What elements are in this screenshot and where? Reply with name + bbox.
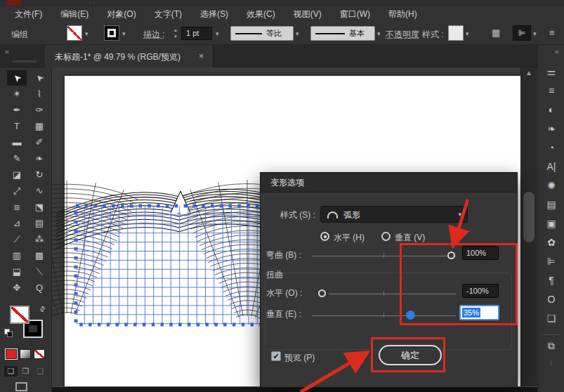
fill-color-swatch[interactable] bbox=[67, 25, 82, 41]
magic-wand-tool[interactable]: ✶ bbox=[7, 86, 27, 102]
eraser-tool[interactable]: ◪ bbox=[7, 167, 27, 183]
menu-效果C[interactable]: 效果(C) bbox=[237, 7, 284, 22]
menu-文字T[interactable]: 文字(T) bbox=[145, 7, 191, 22]
swap-fill-stroke-icon[interactable]: ⇄ bbox=[37, 304, 47, 314]
bend-slider-knob[interactable] bbox=[447, 251, 455, 259]
vertical-radio-label[interactable]: 垂直 (V) bbox=[395, 232, 425, 244]
ok-button[interactable]: 确定 bbox=[379, 345, 442, 365]
scroll-up-icon[interactable]: ▲ bbox=[525, 69, 532, 77]
menu-icon[interactable]: ≡ bbox=[549, 27, 555, 38]
menu-文件F[interactable]: 文件(F) bbox=[6, 7, 51, 22]
slice-tool[interactable]: ⟍ bbox=[29, 264, 49, 280]
scrollbar-thumb[interactable] bbox=[523, 192, 535, 242]
color-icon[interactable]: ✿ bbox=[538, 237, 564, 248]
toolbar-collapse-icon[interactable]: « bbox=[5, 47, 9, 55]
hand-tool[interactable]: ✥ bbox=[7, 280, 27, 296]
zoom-tool[interactable]: Q bbox=[29, 280, 49, 296]
graph-tool[interactable]: ▥ bbox=[7, 248, 27, 263]
appearance-icon[interactable]: ✺ bbox=[538, 180, 564, 191]
brush-definition-dropdown[interactable]: 基本 bbox=[310, 26, 375, 41]
shape-builder-tool[interactable]: ⬔ bbox=[29, 200, 49, 215]
preview-checkbox[interactable]: ✔ bbox=[271, 351, 281, 361]
paragraph-icon[interactable]: ¶ bbox=[538, 275, 564, 286]
draw-normal-mode-icon[interactable]: ❏ bbox=[4, 366, 18, 377]
stroke-weight-stepper[interactable]: ▴▾ bbox=[172, 27, 179, 40]
stroke-icon[interactable]: ≡ bbox=[538, 85, 564, 96]
layers-icon[interactable]: ❏ bbox=[538, 313, 564, 324]
pencil-tool[interactable]: ✎ bbox=[7, 151, 27, 166]
bend-value-field[interactable]: 100% bbox=[462, 246, 499, 260]
opentype-icon[interactable]: O bbox=[538, 294, 564, 305]
chevron-down-icon[interactable]: ▾ bbox=[296, 30, 299, 37]
chevron-down-icon[interactable]: ▾ bbox=[85, 30, 88, 37]
distort-horizontal-track[interactable] bbox=[329, 294, 456, 294]
gradient-wedge-icon[interactable]: ◔ bbox=[538, 142, 564, 153]
fill-swatch[interactable] bbox=[10, 306, 29, 324]
distort-horizontal-field[interactable]: -100% bbox=[462, 284, 499, 298]
width-tool[interactable]: ∿ bbox=[29, 183, 49, 199]
draw-behind-mode-icon[interactable]: ❐ bbox=[19, 366, 32, 377]
menu-帮助H[interactable]: 帮助(H) bbox=[379, 7, 426, 22]
brushes-icon[interactable]: ❧ bbox=[538, 123, 564, 134]
scale-tool[interactable]: ⤢ bbox=[7, 183, 27, 199]
stroke-weight-label[interactable]: 描边 : bbox=[143, 29, 165, 41]
distort-vertical-field[interactable]: 35% bbox=[459, 305, 499, 320]
align-icon[interactable]: ⊫ bbox=[538, 256, 564, 267]
blob-brush-tool[interactable]: ❧ bbox=[29, 151, 49, 166]
toolbar-grip[interactable] bbox=[13, 60, 37, 63]
gradient-tool[interactable]: ▩ bbox=[29, 248, 49, 263]
chevron-down-icon[interactable]: ▾ bbox=[533, 30, 537, 37]
none-button[interactable] bbox=[34, 349, 45, 359]
menu-视图V[interactable]: 视图(V) bbox=[284, 7, 331, 22]
curvature-tool[interactable]: ✑ bbox=[29, 103, 49, 118]
gradient-icon[interactable]: ▤ bbox=[538, 199, 564, 210]
chevron-down-icon[interactable]: ▾ bbox=[122, 30, 126, 37]
direct-selection-tool[interactable]: ➤ bbox=[29, 70, 49, 86]
vertical-scrollbar[interactable]: ▲ bbox=[520, 67, 537, 386]
horizontal-radio-label[interactable]: 水平 (H) bbox=[334, 232, 365, 244]
dialog-title[interactable]: 变形选项 bbox=[261, 173, 517, 192]
chevron-down-icon[interactable]: ▾ bbox=[466, 30, 469, 37]
graphic-style-swatch[interactable] bbox=[448, 25, 464, 41]
eyedropper-tool[interactable]: ⟋ bbox=[7, 232, 27, 247]
gradient-button[interactable] bbox=[20, 349, 31, 359]
arrange-documents-icon[interactable]: ▦ bbox=[492, 27, 500, 38]
stroke-weight-field[interactable]: 1 pt bbox=[181, 27, 212, 40]
character-icon[interactable]: A| bbox=[538, 161, 564, 172]
distort-vertical-knob[interactable] bbox=[406, 311, 415, 320]
close-icon[interactable]: × bbox=[199, 51, 204, 61]
rectangular-grid-tool[interactable]: ▦ bbox=[29, 119, 49, 134]
color-button[interactable] bbox=[6, 349, 17, 359]
opacity-link[interactable]: 不透明度 bbox=[386, 29, 419, 41]
properties-icon[interactable]: ⚌ bbox=[538, 66, 564, 77]
paintbrush-tool[interactable]: ✐ bbox=[29, 135, 49, 150]
panel-collapse-icon[interactable]: « bbox=[555, 47, 559, 55]
free-transform-tool[interactable]: ⧈ bbox=[7, 200, 27, 215]
default-fill-stroke-icon[interactable] bbox=[4, 329, 13, 337]
lasso-tool[interactable]: ⌇ bbox=[29, 86, 49, 102]
symbol-sprayer-tool[interactable]: ⁂ bbox=[29, 232, 49, 247]
distort-horizontal-knob[interactable] bbox=[318, 289, 326, 297]
type-tool[interactable]: T bbox=[7, 119, 27, 134]
transform-icon[interactable]: ▣ bbox=[538, 218, 564, 229]
horizontal-radio[interactable] bbox=[320, 232, 329, 241]
menu-选择S[interactable]: 选择(S) bbox=[191, 7, 237, 22]
rectangle-tool[interactable]: ▬ bbox=[7, 135, 27, 150]
screen-mode-icon[interactable] bbox=[15, 382, 27, 391]
menu-对象O[interactable]: 对象(O) bbox=[98, 7, 145, 22]
mesh-tool[interactable]: ▤ bbox=[29, 216, 49, 231]
artboard-tool[interactable]: ⬓ bbox=[7, 264, 27, 280]
menu-编辑E[interactable]: 编辑(E) bbox=[51, 7, 98, 22]
chevron-down-icon[interactable]: ▾ bbox=[377, 30, 381, 37]
artboards-icon[interactable]: ⧉ bbox=[538, 340, 564, 352]
stroke-color-swatch[interactable] bbox=[104, 25, 119, 41]
warp-style-dropdown[interactable]: 弧形 ▾ bbox=[320, 206, 468, 223]
chevron-down-icon[interactable]: ▾ bbox=[216, 30, 219, 37]
draw-inside-mode-icon[interactable]: ❑ bbox=[34, 366, 47, 377]
transparency-icon[interactable]: ◐ bbox=[538, 104, 564, 115]
vertical-radio[interactable] bbox=[381, 232, 391, 241]
perspective-grid-tool[interactable]: ⊿ bbox=[7, 216, 27, 231]
width-profile-dropdown[interactable]: 等比 bbox=[230, 26, 294, 41]
document-tab[interactable]: 未标题-1* @ 49.79 % (RGB/预览) × bbox=[45, 45, 214, 67]
workspace-switcher-icon[interactable]: ⊫ bbox=[513, 25, 531, 41]
